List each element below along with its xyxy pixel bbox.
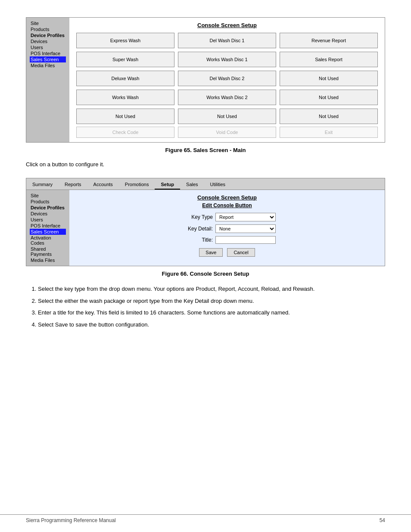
grid-button[interactable]: Works Wash Disc 1 <box>178 52 276 67</box>
grid-button[interactable]: Not Used <box>178 109 276 124</box>
figure65-caption: Figure 65. Sales Screen - Main <box>26 147 385 153</box>
nav-tab-reports[interactable]: Reports <box>59 180 87 190</box>
sidebar2-item-users[interactable]: Users <box>30 217 66 223</box>
figure66-main: Console Screen Setup Edit Console Button… <box>69 190 385 266</box>
nav-tab-promotions[interactable]: Promotions <box>119 180 155 190</box>
list-item: Select the either the wash package or re… <box>38 297 385 305</box>
sidebar2-item-devices[interactable]: Devices <box>30 211 66 217</box>
key-detail-label: Key Detail: <box>178 226 213 232</box>
figure66-box: SummaryReportsAccountsPromotionsSetupSal… <box>26 178 385 266</box>
figure65-sidebar: SiteProductsDevice ProfilesDevicesUsersP… <box>26 18 69 142</box>
nav-tab-summary[interactable]: Summary <box>26 180 59 190</box>
figure65-main: Console Screen Setup Express WashDel Was… <box>69 18 385 142</box>
figure65-box: SiteProductsDevice ProfilesDevicesUsersP… <box>26 17 385 143</box>
sidebar-item-pos-interface[interactable]: POS Interface <box>30 50 66 56</box>
title-input[interactable] <box>215 236 276 244</box>
sidebar2-item-products[interactable]: Products <box>30 199 66 205</box>
form-actions: Save Cancel <box>78 248 376 257</box>
sidebar2-item-pos-interface[interactable]: POS Interface <box>30 223 66 229</box>
sidebar-item-products[interactable]: Products <box>30 26 66 32</box>
figure66-sidebar: SiteProductsDevice ProfilesDevicesUsersP… <box>26 190 69 266</box>
sidebar-item-site[interactable]: Site <box>30 20 66 26</box>
grid-button[interactable]: Super Wash <box>76 52 174 67</box>
sidebar2-item-activation-codes[interactable]: Activation Codes <box>30 235 66 246</box>
list-item: Select Save to save the button configura… <box>38 320 385 329</box>
sidebar2-item-site[interactable]: Site <box>30 193 66 199</box>
figure66-inner: SiteProductsDevice ProfilesDevicesUsersP… <box>26 190 385 266</box>
key-type-row: Key Type ProductReportAccountReloadRewas… <box>78 213 376 221</box>
grid-button[interactable]: Works Wash Disc 2 <box>178 90 276 105</box>
grid-button[interactable]: Works Wash <box>76 90 174 105</box>
figure66-edit-title: Edit Console Button <box>78 202 376 208</box>
sidebar2-item-sales-screen[interactable]: Sales Screen <box>30 229 66 235</box>
figure65-bottom-row: Check CodeVoid CodeExit <box>76 127 378 138</box>
instruction-text: Click on a button to configure it. <box>26 161 385 168</box>
list-item: Select the key type from the drop down m… <box>38 285 385 293</box>
grid-button[interactable]: Not Used <box>280 71 378 86</box>
nav-tab-utilities[interactable]: Utilities <box>204 180 231 190</box>
key-detail-select[interactable]: None <box>215 224 276 233</box>
figure65-title: Console Screen Setup <box>76 22 378 28</box>
grid-button[interactable]: Del Wash Disc 1 <box>178 33 276 48</box>
save-button[interactable]: Save <box>199 248 223 257</box>
footer-left: Sierra Programming Reference Manual <box>26 517 116 523</box>
bottom-button[interactable]: Exit <box>280 127 378 138</box>
figure66-caption: Figure 66. Console Screen Setup <box>26 271 385 277</box>
key-detail-row: Key Detail: None <box>78 224 376 233</box>
bottom-button[interactable]: Void Code <box>178 127 276 138</box>
sidebar-item-sales-screen[interactable]: Sales Screen <box>30 56 66 62</box>
grid-button[interactable]: Sales Report <box>280 52 378 67</box>
grid-button[interactable]: Not Used <box>76 109 174 124</box>
nav-tab-setup[interactable]: Setup <box>155 180 180 190</box>
cancel-button[interactable]: Cancel <box>227 248 255 257</box>
grid-button[interactable]: Not Used <box>280 90 378 105</box>
sidebar-item-device-profiles[interactable]: Device Profiles <box>30 32 66 38</box>
key-type-select[interactable]: ProductReportAccountReloadRewash <box>215 213 276 221</box>
figure66-navbar: SummaryReportsAccountsPromotionsSetupSal… <box>26 178 385 190</box>
grid-button[interactable]: Not Used <box>280 109 378 124</box>
list-item: Enter a title for the key. This field is… <box>38 308 385 317</box>
sidebar-item-devices[interactable]: Devices <box>30 38 66 44</box>
sidebar2-item-media-files[interactable]: Media Files <box>30 257 66 263</box>
figure66-title: Console Screen Setup <box>78 194 376 201</box>
figure65-button-grid: Express WashDel Wash Disc 1Revenue Repor… <box>76 33 378 124</box>
nav-tab-sales[interactable]: Sales <box>180 180 204 190</box>
bottom-button[interactable]: Check Code <box>76 127 174 138</box>
numbered-steps-list: Select the key type from the drop down m… <box>38 285 385 329</box>
sidebar-item-media-files[interactable]: Media Files <box>30 62 66 68</box>
sidebar-item-users[interactable]: Users <box>30 44 66 50</box>
footer-right: 54 <box>380 517 385 523</box>
grid-button[interactable]: Express Wash <box>76 33 174 48</box>
sidebar2-item-device-profiles[interactable]: Device Profiles <box>30 205 66 211</box>
grid-button[interactable]: Revenue Report <box>280 33 378 48</box>
nav-tab-accounts[interactable]: Accounts <box>87 180 119 190</box>
title-row: Title: <box>78 236 376 244</box>
page-footer: Sierra Programming Reference Manual 54 <box>0 514 411 523</box>
grid-button[interactable]: Del Wash Disc 2 <box>178 71 276 86</box>
title-label: Title: <box>178 237 213 243</box>
sidebar2-item-shared-payments[interactable]: Shared Payments <box>30 246 66 257</box>
key-type-label: Key Type <box>178 214 213 220</box>
grid-button[interactable]: Deluxe Wash <box>76 71 174 86</box>
